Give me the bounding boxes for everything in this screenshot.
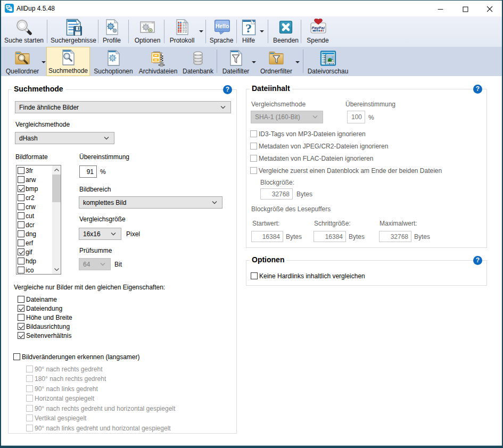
list-item[interactable]: ico [18, 266, 34, 275]
checkbox[interactable] [18, 267, 24, 273]
search-method-help-icon[interactable]: ? [223, 85, 232, 94]
options-button[interactable]: Optionen [132, 19, 163, 44]
help-button[interactable]: ? Hilfe [239, 19, 258, 44]
list-item[interactable]: gif [18, 247, 32, 256]
list-item[interactable]: erf [18, 238, 33, 247]
image-formats-listbox[interactable]: 3fr arw bmp cr2 crw cut dcr dng erf gif … [16, 165, 61, 275]
checkbox-label: 90° nach rechts gedreht und horizontal g… [35, 405, 175, 412]
checkbox[interactable] [18, 314, 24, 321]
checkbox[interactable] [251, 272, 258, 279]
checkbox-row[interactable]: Bildausrichtung [18, 323, 70, 330]
compare-method-select[interactable]: dHash [15, 132, 114, 144]
checkbox-row[interactable]: Seitenverhältnis [18, 332, 71, 339]
checkbox[interactable] [18, 230, 24, 237]
compare-size-select[interactable]: 16x16 [79, 228, 121, 240]
list-item[interactable]: hdp [18, 256, 36, 266]
search-method-select[interactable]: Finde ähnliche Bilder [15, 101, 231, 113]
checkbox [26, 385, 33, 392]
search-method-button[interactable]: Suchmethode [46, 47, 90, 76]
toolbar-separator [164, 20, 164, 43]
checkbox-label: ID3-Tags von MP3-Dateien ignorieren [259, 130, 366, 138]
file-filter-button[interactable]: Dateifilter [220, 49, 252, 75]
checkbox-row[interactable]: Höhe und Breite [18, 314, 72, 321]
list-item[interactable]: dng [18, 229, 36, 238]
search-options-button[interactable]: Suchoptionen [92, 49, 135, 75]
database-label: Datenbank [183, 68, 213, 75]
language-button[interactable]: Hello Sprache [208, 19, 235, 44]
checkbox[interactable] [18, 248, 24, 255]
protocol-dropdown-arrow[interactable] [199, 30, 203, 32]
file-content-help-icon[interactable]: ? [473, 85, 482, 94]
match-value: 91 [87, 168, 94, 176]
start-search-button[interactable]: Suche starten [3, 19, 45, 44]
folder-filter-button[interactable]: Ordnerfilter [259, 49, 294, 75]
checkbox-row-disabled: 180° nach rechts gedreht [26, 375, 106, 383]
source-folder-button[interactable]: Quellordner [4, 49, 40, 75]
transforms-checkbox-row[interactable]: Bildveränderungen erkennen (langsamer) [13, 353, 139, 361]
profile-button[interactable]: Profile [101, 19, 123, 44]
checkbox[interactable] [18, 332, 24, 339]
list-item[interactable]: cut [18, 211, 34, 220]
main-toolbar: Suche starten [1, 16, 502, 47]
checkbox [250, 167, 257, 174]
minimize-button[interactable] [428, 1, 453, 17]
quit-button[interactable]: Beenden [271, 19, 301, 44]
chevron-down-icon [312, 115, 318, 119]
checkbox[interactable] [18, 239, 24, 246]
file-preview-icon [319, 49, 336, 67]
checkbox [26, 425, 33, 432]
list-item[interactable]: dcr [18, 220, 35, 229]
list-item[interactable]: cr2 [18, 193, 35, 202]
listbox-scrollbar[interactable] [52, 165, 61, 274]
archive-files-button[interactable]: Archivdateien [136, 49, 180, 75]
file-filter-dropdown-arrow[interactable] [252, 61, 256, 63]
search-results-button[interactable]: Suchergebnisse [50, 19, 97, 44]
minimize-icon [438, 6, 443, 12]
folder-filter-dropdown-arrow[interactable] [295, 61, 300, 63]
list-item[interactable]: crw [18, 202, 36, 211]
checkbox [26, 375, 33, 382]
protocol-button[interactable]: Protokoll [167, 19, 197, 44]
list-item[interactable]: arw [18, 175, 36, 184]
checkbox[interactable] [18, 258, 24, 264]
hardlinks-checkbox-row[interactable]: Keine Hardlinks inhaltlich vergleichen [251, 272, 365, 280]
chevron-down-icon [220, 106, 226, 109]
options-icon [139, 19, 156, 36]
database-button[interactable]: Datenbank [182, 49, 215, 75]
checkbox[interactable] [18, 194, 24, 201]
close-button[interactable] [477, 1, 502, 17]
paypal-text: PayPal [311, 26, 325, 30]
checkbox-row-disabled: Vertikal gespiegelt [26, 414, 86, 422]
checkbox[interactable] [18, 203, 24, 210]
checkbox[interactable] [18, 323, 24, 330]
checkbox-row[interactable]: Dateiname [18, 296, 57, 303]
options-help-icon[interactable]: ? [473, 256, 482, 265]
checkbox[interactable] [18, 305, 24, 312]
image-area-select[interactable]: komplettes Bild [79, 196, 222, 209]
maximize-button[interactable] [453, 1, 478, 17]
checkbox[interactable] [18, 296, 24, 303]
source-folder-dropdown-arrow[interactable] [42, 61, 46, 63]
protocol-icon [174, 19, 191, 36]
checkbox[interactable] [18, 167, 24, 174]
checkbox[interactable] [13, 353, 20, 360]
checkbox[interactable] [18, 212, 24, 219]
list-item[interactable]: 3fr [18, 166, 33, 175]
toolbar-separator [98, 20, 98, 43]
scrollbar-thumb[interactable] [52, 175, 61, 202]
checkbox[interactable] [18, 176, 24, 183]
checkbox[interactable] [18, 185, 24, 192]
help-dropdown-arrow[interactable] [260, 30, 264, 32]
file-preview-button[interactable]: Dateivorschau [306, 49, 350, 75]
list-item[interactable]: bmp [18, 184, 38, 193]
fc-match-label: Übereinstimmung [345, 101, 395, 108]
profile-label: Profile [103, 37, 121, 44]
checkbox[interactable] [18, 221, 24, 228]
scroll-up-button[interactable] [52, 165, 61, 175]
donate-button[interactable]: PayPal Spende [304, 19, 332, 44]
file-preview-label: Dateivorschau [308, 68, 349, 75]
checkbox-row[interactable]: Dateiendung [18, 305, 62, 312]
match-input[interactable]: 91 [79, 165, 97, 178]
scroll-down-button[interactable] [52, 265, 61, 274]
checkbox-label: Bildausrichtung [26, 323, 70, 330]
